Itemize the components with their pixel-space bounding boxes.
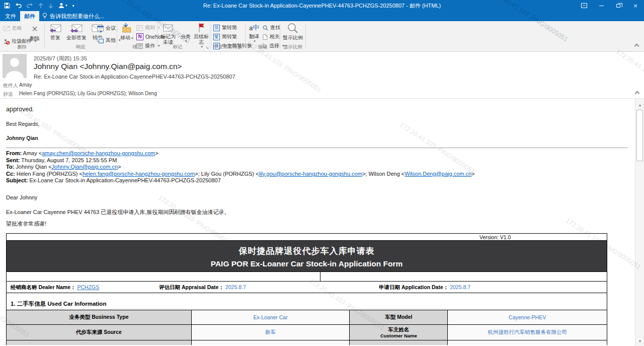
move-button[interactable]: 移动▾ [119, 23, 135, 41]
collapse-ribbon-icon[interactable] [635, 44, 639, 48]
section-used-car-info: 1. 二手车信息 Used Car Information [11, 300, 106, 308]
model-value: Cayenne-PHEV [448, 310, 607, 324]
onenote-icon: N [136, 33, 143, 40]
to-label: 收件人 [3, 82, 18, 89]
trad-to-simp-label: 繁转简 [222, 24, 237, 31]
meeting-icon [97, 25, 104, 31]
avatar[interactable] [3, 54, 27, 78]
business-type-label: 业务类型 Business Type [7, 310, 192, 324]
body-regards: Best Regards, [6, 121, 40, 127]
tell-me-label: 告诉我您想要做什么... [50, 13, 104, 20]
model-label: 车型 Model [350, 310, 448, 324]
more-respond-label: 其他 [106, 37, 116, 44]
form-version: Version: V1.0 [479, 234, 511, 240]
from-email-link[interactable]: amay.chen@porsche-hangzhou-gongshu.com [42, 150, 155, 156]
scrollbar-thumb[interactable] [636, 110, 643, 161]
follow-up-flag-icon [197, 23, 205, 33]
cc-email-link-3[interactable]: Wilson.Deng@paig.com.cn [405, 171, 471, 177]
simp-to-trad-icon: 繁 [213, 34, 220, 40]
message-subject: Re: Ex-Loane Car Stock-in Application-Ca… [34, 74, 235, 80]
delete-button[interactable]: × 删除 [26, 23, 43, 41]
form-title-cn: 保时捷品牌退役代步车入库申请表 [7, 241, 607, 257]
ribbon-group-delete: 忽略 垃圾邮件▾ × 删除 删除 [0, 21, 44, 51]
categorize-button[interactable]: 分类 ▾ [179, 23, 193, 43]
rules-icon [136, 25, 143, 31]
customer-name-value: 杭州捷胜行汽车销售服务有限公司 [448, 325, 607, 340]
reply-all-icon [70, 23, 83, 34]
vertical-scrollbar[interactable]: ▲ ▼ [635, 99, 644, 346]
cc-email-link-2[interactable]: lily.gou@porsche-hangzhou-gongshu.com [259, 171, 362, 177]
tags-dialog-launcher-icon[interactable]: ↘ [205, 45, 209, 50]
zoom-button[interactable]: 显示比例 [282, 23, 304, 40]
delete-icon: × [32, 23, 38, 35]
ignore-icon [3, 26, 10, 31]
collapse-header-icon[interactable] [635, 92, 639, 95]
ribbon-group-respond: 答复 全部答复 转发 会议 其他▾ [45, 21, 117, 51]
source-label: 代步车来源 Source [7, 325, 192, 340]
follow-up-label: 后续标志 [194, 34, 209, 45]
ribbon-group-tags: 标记为未读 分类 ▾ 后续标志 ▾ ↘ 标记 [157, 21, 210, 51]
window-title: Re: Ex-Loane Car Stock-in Application-Ca… [0, 0, 644, 11]
reply-all-label: 全部答复 [66, 35, 87, 40]
scroll-up-icon[interactable]: ▲ [635, 101, 644, 109]
appraisal-date-cell: 评估日期 Appraisal Date： 2025.8.7 [159, 284, 246, 291]
translate-button[interactable]: a中 翻译 ▾ [247, 23, 262, 43]
reply-all-button[interactable]: 全部答复 [64, 23, 89, 40]
cc-recipients[interactable]: Helen Fang (PORHZGS); Lily Gou (PORHZGS)… [19, 91, 157, 96]
customer-name-label: 车主姓名Customer Name [350, 325, 448, 340]
zoom-magnifier-icon [287, 23, 298, 34]
body-approved: approved. [6, 106, 34, 113]
ribbon-group-chinese-conversion: 简 繁转简 繁 简转繁 简 中文简繁转换 中文简繁转换 [211, 21, 245, 51]
dealer-name-link[interactable]: PCHZGS [77, 284, 99, 290]
reply-label: 答复 [50, 35, 60, 40]
ribbon-display-options-icon[interactable] [576, 0, 593, 11]
zoom-label: 显示比例 [283, 35, 303, 40]
reply-icon [49, 23, 62, 34]
mark-unread-icon [163, 23, 174, 33]
application-form-table: Version: V1.0 保时捷品牌退役代步车入库申请表 PAIG POR E… [6, 233, 607, 345]
cc-label: 抄送 [3, 91, 13, 98]
translate-label: 翻译 [249, 34, 259, 39]
close-button[interactable]: × [627, 0, 644, 11]
find-label: 查找 [270, 24, 280, 31]
reply-button[interactable]: 答复 [46, 23, 64, 40]
to-recipients[interactable]: Amay [19, 82, 32, 88]
scroll-down-icon[interactable]: ▼ [635, 337, 644, 345]
ignore-label: 忽略 [12, 25, 22, 32]
body-paragraph-1: Ex-Loaner Car Cayenne PHEV 44763 已退役现申请入… [6, 209, 229, 216]
tab-message[interactable]: 邮件 [20, 11, 39, 21]
message-sender[interactable]: Johnny Qian <Johnny.Qian@paig.com.cn> [34, 62, 182, 71]
source-value: 新车 [192, 325, 350, 340]
title-bar: ▾ ▾ Re: Ex-Loane Car Stock-in Applicatio… [0, 0, 644, 11]
dealer-name-cell: 经销商名称 Dealer Name： PCHZGS [11, 284, 99, 291]
tell-me-box[interactable]: 告诉我您想要做什么... [42, 11, 104, 21]
to-email-link[interactable]: Johnny.Qian@paig.com.cn [52, 164, 118, 170]
rules-label: 规则 [145, 24, 155, 31]
restore-button[interactable] [610, 0, 627, 11]
form-title-band: 保时捷品牌退役代步车入库申请表 PAIG POR Ex-Loaner Car S… [7, 241, 607, 272]
business-type-value: Ex-Loaner Car [192, 310, 350, 324]
ribbon-tab-row: 文件 邮件 告诉我您想要做什么... [0, 11, 644, 21]
simp-to-trad-label: 简转繁 [222, 33, 237, 40]
mark-unread-button[interactable]: 标记为未读 [158, 23, 178, 45]
quoted-headers: From: Amay <amay.chen@porsche-hangzhou-g… [6, 150, 475, 184]
related-icon [263, 34, 268, 40]
ribbon: 忽略 垃圾邮件▾ × 删除 删除 答复 全部答复 [0, 21, 644, 52]
message-date: 2025/8/7 (周四) 15:35 [34, 55, 87, 62]
categorize-label: 分类 [181, 34, 191, 39]
tab-file[interactable]: 文件 [2, 11, 19, 21]
ribbon-group-zoom: 显示比例 显示比例 [280, 21, 305, 51]
lightbulb-icon [42, 13, 47, 20]
message-body: approved. Best Regards, Johnny Qian From… [0, 99, 635, 346]
body-signature: Johnny Qian [6, 135, 38, 141]
cc-email-link-1[interactable]: helen.fang@porsche-hangzhou-gongshu.com [83, 171, 195, 177]
trad-to-simp-icon: 简 [213, 25, 220, 31]
body-paragraph-2: 望批准非常感谢! [6, 220, 46, 228]
message-header: 2025/8/7 (周四) 15:35 Johnny Qian <Johnny.… [0, 52, 644, 99]
body-greeting: Dear Johnny [6, 194, 37, 200]
more-respond-icon [97, 37, 104, 43]
related-label: 相关 [270, 33, 280, 40]
categorize-icon [181, 23, 190, 33]
move-folder-icon [121, 23, 133, 34]
minimize-button[interactable] [593, 0, 610, 11]
